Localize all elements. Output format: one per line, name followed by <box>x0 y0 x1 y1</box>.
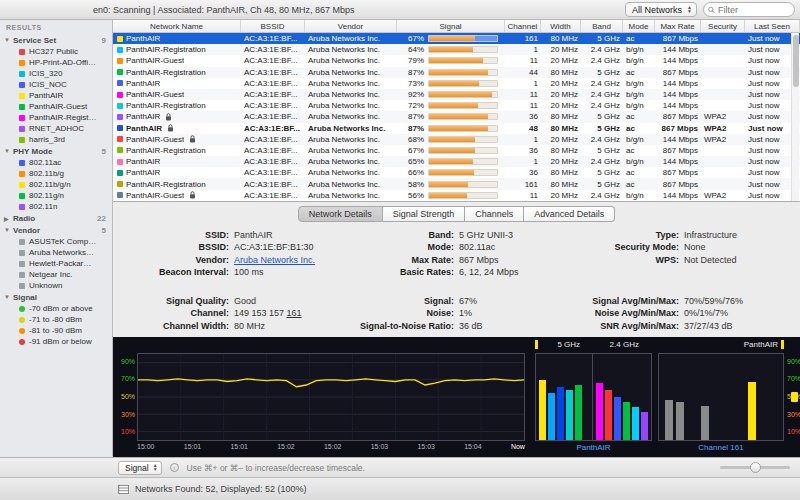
table-row[interactable]: PanthAIR-RegistrationAC:A3:1E:BF...Aruba… <box>113 100 800 111</box>
table-row[interactable]: PanthAIRAC:A3:1E:BF...Aruba Networks Inc… <box>113 78 800 89</box>
disclosure-triangle-icon[interactable]: ▼ <box>4 37 13 43</box>
channel-chart-header: PanthAIR <box>658 340 784 349</box>
sidebar-group-vendor[interactable]: ▼Vendor5 <box>0 224 112 236</box>
sidebar-item[interactable]: Hewlett-Packar… <box>0 258 112 269</box>
y-axis-label: 50% <box>113 393 135 400</box>
sidebar-group-radio[interactable]: ▶Radio22 <box>0 212 112 224</box>
network-name: PanthAIR <box>126 157 160 166</box>
signal-bar <box>428 169 498 176</box>
y-axis-label: 90% <box>113 358 135 365</box>
band-cell: 5 GHz <box>581 124 623 133</box>
signal-bar <box>632 407 639 440</box>
channel-signal-bar <box>701 406 709 440</box>
filter-field[interactable] <box>703 2 795 17</box>
table-row[interactable]: PanthAIR-RegistrationAC:A3:1E:BF...Aruba… <box>113 44 800 55</box>
disclosure-triangle-icon[interactable]: ▶ <box>4 215 13 222</box>
filter-input[interactable] <box>718 5 790 15</box>
lock-icon <box>189 135 196 143</box>
network-name: PanthAIR <box>126 168 160 177</box>
sidebar-item[interactable]: 802.11ac <box>0 157 112 168</box>
sidebar-item[interactable]: PanthAIR-Regist… <box>0 112 112 123</box>
detail-row: SNR Avg/Min/Max:37/27/43 dB <box>569 321 794 332</box>
sidebar-item[interactable]: 802.11n <box>0 201 112 212</box>
column-header-security[interactable]: Security <box>701 20 745 32</box>
sidebar-item[interactable]: PanthAIR-Guest <box>0 101 112 112</box>
column-header-vendor[interactable]: Vendor <box>305 20 397 32</box>
tab-signal-strength[interactable]: Signal Strength <box>383 206 466 222</box>
sidebar-item[interactable]: ICIS_320 <box>0 68 112 79</box>
table-row[interactable]: PanthAIR-RegistrationAC:A3:1E:BF...Aruba… <box>113 145 800 156</box>
sidebar-item[interactable]: Netgear Inc. <box>0 269 112 280</box>
sidebar-item[interactable]: HP-Print-AD-Offi… <box>0 57 112 68</box>
sidebar-item[interactable]: harris_3rd <box>0 134 112 145</box>
column-header-signal[interactable]: Signal <box>397 20 505 32</box>
signal-bar <box>428 113 498 120</box>
timescale-slider[interactable] <box>720 461 790 474</box>
table-row[interactable]: PanthAIR-GuestAC:A3:1E:BF...Aruba Networ… <box>113 55 800 66</box>
level-handle[interactable] <box>791 392 798 402</box>
maxrate-cell: 144 Mbps <box>655 45 701 54</box>
vendor-link[interactable]: Aruba Networks Inc. <box>234 255 315 266</box>
sidebar-item[interactable]: -91 dBm or below <box>0 336 112 347</box>
vendor-cell: Aruba Networks Inc. <box>305 168 397 177</box>
table-scrollbar[interactable] <box>791 33 799 201</box>
sidebar-item[interactable]: HC327 Public <box>0 46 112 57</box>
ssid-color-chip <box>117 47 123 53</box>
table-row[interactable]: PanthAIR-RegistrationAC:A3:1E:BF...Aruba… <box>113 178 800 189</box>
sidebar-item[interactable]: -71 to -80 dBm <box>0 314 112 325</box>
mode-cell: ac <box>623 112 655 121</box>
column-header-channel[interactable]: Channel <box>505 20 541 32</box>
sidebar-item[interactable]: ICIS_NOC <box>0 79 112 90</box>
sidebar-item[interactable]: Unknown <box>0 280 112 291</box>
column-header-last-seen[interactable]: Last Seen <box>745 20 800 32</box>
column-header-network-name[interactable]: Network Name <box>113 20 241 32</box>
disclosure-triangle-icon[interactable]: ▼ <box>4 294 13 300</box>
table-row[interactable]: PanthAIRAC:A3:1E:BF...Aruba Networks Inc… <box>113 111 800 122</box>
width-cell: 80 MHz <box>541 180 581 189</box>
metric-popup[interactable]: Signal ▲▼ <box>118 461 162 475</box>
sidebar-item[interactable]: 802.11b/g <box>0 168 112 179</box>
scrollbar-thumb[interactable] <box>793 35 799 87</box>
sidebar-item[interactable]: -81 to -90 dBm <box>0 325 112 336</box>
table-row[interactable]: PanthAIRAC:A3:1E:BF...Aruba Networks Inc… <box>113 123 800 134</box>
tab-advanced-details[interactable]: Advanced Details <box>524 206 615 222</box>
table-row[interactable]: PanthAIRAC:A3:1E:BF...Aruba Networks Inc… <box>113 156 800 167</box>
signal-bar <box>614 397 621 440</box>
sidebar-group-signal[interactable]: ▼Signal <box>0 291 112 303</box>
item-color-icon <box>19 160 25 166</box>
channel-cell: 48 <box>505 124 541 133</box>
sidebar-item[interactable]: -70 dBm or above <box>0 303 112 314</box>
slider-knob[interactable] <box>750 462 761 473</box>
band-label-5ghz: 5 GHz <box>541 340 597 349</box>
network-scope-popup[interactable]: All Networks ▲▼ <box>625 2 697 17</box>
table-row[interactable]: PanthAIRAC:A3:1E:BF...Aruba Networks Inc… <box>113 167 800 178</box>
sidebar-item[interactable]: PanthAIR <box>0 90 112 101</box>
disclosure-triangle-icon[interactable]: ▼ <box>4 148 13 154</box>
tab-channels[interactable]: Channels <box>465 206 524 222</box>
sidebar-group-service-set[interactable]: ▼Service Set9 <box>0 34 112 46</box>
table-row[interactable]: PanthAIR-GuestAC:A3:1E:BF...Aruba Networ… <box>113 190 800 201</box>
group-count-badge: 5 <box>102 147 106 156</box>
sidebar-item[interactable]: 802.11g/n <box>0 190 112 201</box>
table-row[interactable]: PanthAIR-GuestAC:A3:1E:BF...Aruba Networ… <box>113 89 800 100</box>
column-header-bssid[interactable]: BSSID <box>241 20 305 32</box>
item-color-icon <box>19 60 25 66</box>
channel-signal-bar <box>676 402 684 440</box>
disclosure-triangle-icon[interactable]: ▼ <box>4 227 13 233</box>
sidebar-item[interactable]: Aruba Networks… <box>0 247 112 258</box>
maxrate-cell: 867 Mbps <box>655 168 701 177</box>
table-view-icon[interactable] <box>118 485 129 494</box>
column-header-max-rate[interactable]: Max Rate <box>655 20 701 32</box>
table-row[interactable]: PanthAIR-GuestAC:A3:1E:BF...Aruba Networ… <box>113 134 800 145</box>
sidebar-item[interactable]: 802.11b/g/n <box>0 179 112 190</box>
tab-network-details[interactable]: Network Details <box>298 206 383 222</box>
sidebar-item[interactable]: RNET_ADHOC <box>0 123 112 134</box>
column-header-width[interactable]: Width <box>541 20 581 32</box>
table-row[interactable]: PanthAIRAC:A3:1E:BF...Aruba Networks Inc… <box>113 33 800 44</box>
table-row[interactable]: PanthAIR-RegistrationAC:A3:1E:BF...Aruba… <box>113 67 800 78</box>
column-header-mode[interactable]: Mode <box>623 20 655 32</box>
column-header-band[interactable]: Band <box>581 20 623 32</box>
info-icon: i <box>170 463 179 472</box>
sidebar-group-phy-mode[interactable]: ▼PHY Mode5 <box>0 145 112 157</box>
sidebar-item[interactable]: ASUSTeK Comp… <box>0 236 112 247</box>
